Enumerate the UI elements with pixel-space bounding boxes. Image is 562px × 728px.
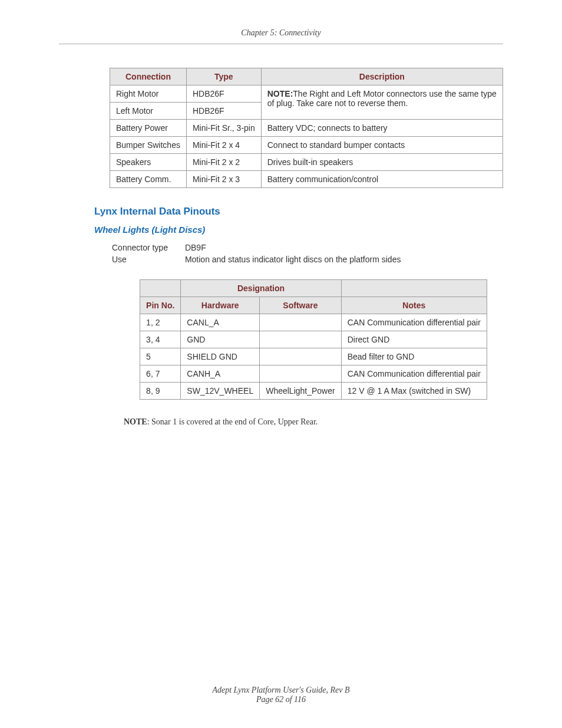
- cell-description: Connect to standard bumper contacts: [261, 137, 503, 154]
- footer-title: Adept Lynx Platform User's Guide, Rev B: [0, 686, 562, 695]
- cell-notes: Direct GND: [341, 331, 487, 348]
- cell-hardware: SW_12V_WHEEL: [181, 383, 260, 400]
- th-connection: Connection: [110, 68, 187, 85]
- th-blank: [140, 280, 181, 297]
- cell-hardware: CANH_A: [181, 365, 260, 383]
- cell-pin: 5: [140, 348, 181, 365]
- cell-type: Mini-Fit 2 x 2: [186, 154, 261, 171]
- table-row: 3, 4 GND Direct GND: [140, 331, 487, 348]
- cell-pin: 1, 2: [140, 314, 181, 331]
- table-row: 8, 9 SW_12V_WHEEL WheelLight_Power 12 V …: [140, 383, 487, 400]
- cell-software: [260, 331, 342, 348]
- kv-key: Connector type: [112, 243, 183, 252]
- cell-connection: Right Motor: [110, 85, 187, 103]
- footer-page: Page 62 of 116: [0, 695, 562, 704]
- th-description: Description: [261, 68, 503, 85]
- cell-pin: 3, 4: [140, 331, 181, 348]
- cell-type: Mini-Fit 2 x 3: [186, 171, 261, 188]
- th-software: Software: [260, 297, 342, 314]
- note-rest: The Right and Left Motor connectors use …: [267, 89, 497, 108]
- chapter-header: Chapter 5: Connectivity: [59, 28, 503, 44]
- th-designation: Designation: [181, 280, 341, 297]
- cell-connection: Bumper Switches: [110, 137, 187, 154]
- cell-software: [260, 314, 342, 331]
- table-row: Speakers Mini-Fit 2 x 2 Drives built-in …: [110, 154, 503, 171]
- cell-type: HDB26F: [186, 85, 261, 103]
- cell-connection: Speakers: [110, 154, 187, 171]
- cell-software: [260, 348, 342, 365]
- cell-notes: 12 V @ 1 A Max (switched in SW): [341, 383, 487, 400]
- cell-type: Mini-Fit 2 x 4: [186, 137, 261, 154]
- cell-software: [260, 365, 342, 383]
- table-row: Right Motor HDB26F NOTE:The Right and Le…: [110, 85, 503, 103]
- cell-software: WheelLight_Power: [260, 383, 342, 400]
- table-row: Battery Comm. Mini-Fit 2 x 3 Battery com…: [110, 171, 503, 188]
- th-type: Type: [186, 68, 261, 85]
- th-hardware: Hardware: [181, 297, 260, 314]
- cell-hardware: GND: [181, 331, 260, 348]
- table-row: 5 SHIELD GND Bead filter to GND: [140, 348, 487, 365]
- table-row: Battery Power Mini-Fit Sr., 3-pin Batter…: [110, 120, 503, 137]
- cell-type: Mini-Fit Sr., 3-pin: [186, 120, 261, 137]
- table-row: 1, 2 CANL_A CAN Communication differenti…: [140, 314, 487, 331]
- note-bold: NOTE:: [267, 89, 293, 98]
- connections-table: Connection Type Description Right Motor …: [110, 68, 503, 188]
- pinout-table: Designation Pin No. Hardware Software No…: [140, 279, 487, 400]
- th-notes: Notes: [341, 297, 487, 314]
- cell-pin: 6, 7: [140, 365, 181, 383]
- cell-connection: Left Motor: [110, 103, 187, 120]
- kv-row: Connector type DB9F: [112, 243, 503, 252]
- note-line: NOTE: Sonar 1 is covered at the end of C…: [124, 417, 503, 427]
- th-blank: [341, 280, 487, 297]
- th-pin: Pin No.: [140, 297, 181, 314]
- cell-description: Drives built-in speakers: [261, 154, 503, 171]
- cell-description-merged: NOTE:The Right and Left Motor connectors…: [261, 85, 503, 120]
- cell-connection: Battery Comm.: [110, 171, 187, 188]
- section-heading: Lynx Internal Data Pinouts: [94, 206, 503, 218]
- kv-row: Use Motion and status indicator light di…: [112, 255, 503, 264]
- cell-description: Battery communication/control: [261, 171, 503, 188]
- kv-key: Use: [112, 255, 183, 264]
- table-row: Bumper Switches Mini-Fit 2 x 4 Connect t…: [110, 137, 503, 154]
- cell-notes: CAN Communication differential pair: [341, 314, 487, 331]
- cell-notes: CAN Communication differential pair: [341, 365, 487, 383]
- cell-pin: 8, 9: [140, 383, 181, 400]
- cell-notes: Bead filter to GND: [341, 348, 487, 365]
- kv-value: Motion and status indicator light discs …: [185, 255, 401, 264]
- subsection-heading: Wheel Lights (Light Discs): [94, 225, 503, 235]
- cell-type: HDB26F: [186, 103, 261, 120]
- note-rest: : Sonar 1 is covered at the end of Core,…: [147, 417, 318, 426]
- kv-value: DB9F: [185, 243, 206, 252]
- cell-hardware: CANL_A: [181, 314, 260, 331]
- table-row: 6, 7 CANH_A CAN Communication differenti…: [140, 365, 487, 383]
- cell-connection: Battery Power: [110, 120, 187, 137]
- cell-hardware: SHIELD GND: [181, 348, 260, 365]
- note-bold: NOTE: [124, 417, 147, 426]
- page-footer: Adept Lynx Platform User's Guide, Rev B …: [0, 686, 562, 704]
- cell-description: Battery VDC; connects to battery: [261, 120, 503, 137]
